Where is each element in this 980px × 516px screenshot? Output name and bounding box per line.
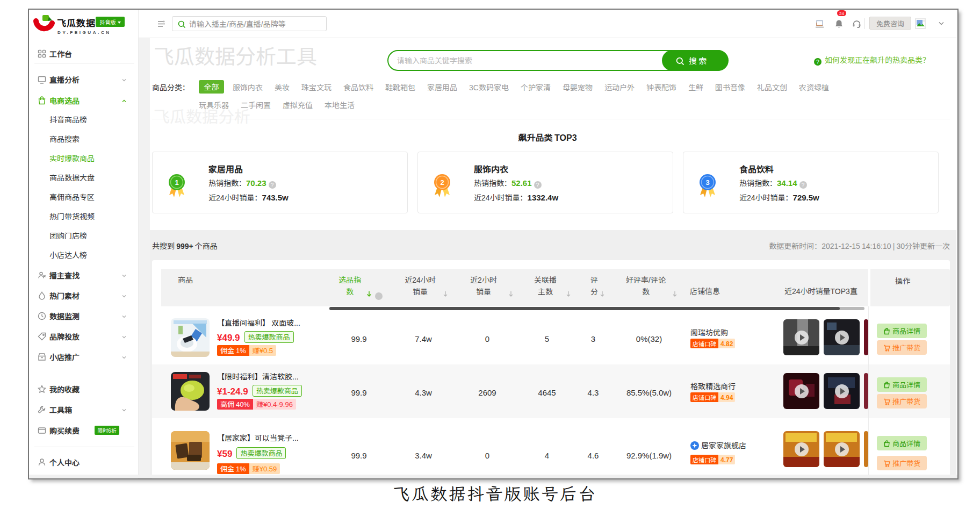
svg-text:3: 3 bbox=[705, 178, 709, 187]
svg-text:1: 1 bbox=[175, 178, 178, 187]
svg-text:2: 2 bbox=[440, 178, 444, 187]
